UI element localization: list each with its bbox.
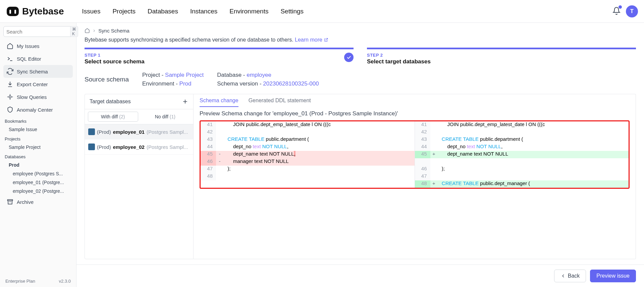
bookmark-item[interactable]: Sample Issue <box>3 125 73 134</box>
db-env[interactable]: Prod <box>3 161 73 169</box>
shield-icon <box>7 106 13 113</box>
diff-panel: Schema change Generated DDL statement Pr… <box>194 94 636 259</box>
nav-projects[interactable]: Projects <box>106 0 142 22</box>
svg-rect-2 <box>14 10 16 14</box>
db-item[interactable]: employee_01 (Postgre... <box>3 178 73 187</box>
chevron-left-icon <box>560 273 566 279</box>
bookmarks-label: Bookmarks <box>3 116 73 125</box>
chevron-right-icon: › <box>93 27 95 34</box>
sidebar-sync-schema[interactable]: Sync Schema <box>3 65 73 78</box>
terminal-icon <box>7 55 13 62</box>
diff-line: 47 <box>415 173 629 180</box>
diff-line: 48 <box>201 173 415 180</box>
step-2[interactable]: STEP 2 Select target databases <box>367 48 636 65</box>
sidebar: ⌘ K My IssuesSQL EditorSync SchemaExport… <box>0 23 76 287</box>
project-item[interactable]: Sample Project <box>3 143 73 152</box>
db-name: employee_01 <box>113 129 145 135</box>
tab-with-diff[interactable]: With diff (2) <box>88 112 138 121</box>
footer: Back Preview issue <box>76 265 644 287</box>
sidebar-my-issues[interactable]: My Issues <box>3 40 73 52</box>
sidebar-slow-queries[interactable]: Slow Queries <box>3 91 73 103</box>
env-link[interactable]: Prod <box>179 80 192 87</box>
targets-head: Target databases <box>85 94 193 109</box>
target-db-row[interactable]: (Prod) employee_02 (Postgres Sampl... <box>85 139 193 155</box>
diff-left: 41 JOIN public.dept_emp_latest_date l ON… <box>201 121 415 188</box>
nav-issues[interactable]: Issues <box>76 0 107 22</box>
archive-link[interactable]: Archive <box>3 195 73 208</box>
svg-rect-1 <box>9 10 11 14</box>
step-title: Select target databases <box>367 58 636 65</box>
sidebar-sql-editor[interactable]: SQL Editor <box>3 52 73 65</box>
diff-tabs: Schema change Generated DDL statement <box>194 94 636 107</box>
nav-label: Anomaly Center <box>17 107 53 113</box>
step-1[interactable]: STEP 1 Select source schema <box>85 48 354 65</box>
diff-box: 41 JOIN public.dept_emp_latest_date l ON… <box>200 120 630 189</box>
step-label: STEP 2 <box>367 53 636 58</box>
sidebar-anomaly-center[interactable]: Anomaly Center <box>3 103 73 116</box>
diff-line: 43 CREATE TABLE public.department ( <box>415 136 629 144</box>
target-db-row[interactable]: (Prod) employee_01 (Postgres Sampl... <box>85 124 193 139</box>
tab-no-diff[interactable]: No diff (1) <box>141 112 190 121</box>
db-item[interactable]: employee_02 (Postgre... <box>3 187 73 195</box>
project-kv: Project - Sample Project <box>142 72 204 78</box>
diff-view: 41 JOIN public.dept_emp_latest_date l ON… <box>201 121 629 188</box>
archive-label: Archive <box>17 199 34 205</box>
learn-more-link[interactable]: Learn more <box>295 37 328 43</box>
diff-line: 45+ dept_name text NOT NULL <box>415 151 629 158</box>
diff-line: 44 dept_no text NOT NULL, <box>201 144 415 151</box>
topbar-right: T <box>612 5 638 17</box>
content: › Sync Schema Bytebase supports synchron… <box>76 23 644 287</box>
schema-col: Project - Sample Project Environment - P… <box>142 72 204 87</box>
diff-line: 46 ); <box>415 166 629 173</box>
diff-line: 43 CREATE TABLE public.department ( <box>201 136 415 144</box>
plus-icon[interactable] <box>182 98 189 105</box>
sidebar-export-center[interactable]: Export Center <box>3 78 73 91</box>
nav-label: SQL Editor <box>17 56 41 62</box>
logo[interactable]: Bytebase <box>6 5 64 18</box>
diff-right: 41 JOIN public.dept_emp_latest_date l ON… <box>415 121 629 188</box>
tab-ddl[interactable]: Generated DDL statement <box>249 98 311 107</box>
version-link[interactable]: 20230628100325-000 <box>263 80 319 87</box>
search-input[interactable]: ⌘ K <box>3 26 73 37</box>
nav-instances[interactable]: Instances <box>184 0 223 22</box>
step-title: Select source schema <box>85 58 354 65</box>
svg-point-3 <box>9 96 11 98</box>
db-name: employee_02 <box>113 144 145 150</box>
preview-title: Preview Schema change for 'employee_01 (… <box>194 107 636 120</box>
version-label: v2.3.0 <box>59 279 71 284</box>
turtle-icon <box>7 94 13 100</box>
logo-icon <box>6 5 19 18</box>
preview-issue-button[interactable]: Preview issue <box>590 270 636 282</box>
nav-environments[interactable]: Environments <box>223 0 274 22</box>
projects-label: Projects <box>3 134 73 143</box>
targets-tabs: With diff (2) No diff (1) <box>85 109 193 124</box>
source-schema-title: Source schema <box>85 76 129 83</box>
env-tag: (Prod) <box>97 144 111 150</box>
diff-line: 45- dept_name text NOT NULL, <box>201 151 415 158</box>
tab-schema-change[interactable]: Schema change <box>200 98 238 107</box>
diff-line: 48+ CREATE TABLE public.dept_manager ( <box>415 180 629 188</box>
archive-icon <box>7 198 13 205</box>
nav-databases[interactable]: Databases <box>142 0 184 22</box>
targets-title: Target databases <box>90 99 131 105</box>
diff-line <box>415 158 629 166</box>
brand-text: Bytebase <box>22 6 64 17</box>
db-item[interactable]: employee (Postgres S... <box>3 169 73 178</box>
avatar[interactable]: T <box>626 5 638 17</box>
env-tag: (Prod) <box>97 129 111 135</box>
plan-label: Enterprise Plan <box>5 279 35 284</box>
diff-line: 41 JOIN public.dept_emp_latest_date l ON… <box>415 121 629 129</box>
db-link[interactable]: employee <box>247 72 271 78</box>
nav-settings[interactable]: Settings <box>274 0 310 22</box>
project-link[interactable]: Sample Project <box>165 72 204 78</box>
refresh-icon <box>7 68 13 75</box>
search-field[interactable] <box>6 29 70 35</box>
home-icon[interactable] <box>85 28 90 33</box>
source-schema-row: Source schema Project - Sample Project E… <box>76 65 644 94</box>
subtitle-text: Bytebase supports synchronizing a specif… <box>85 37 293 43</box>
schema-col: Database - employee Schema version - 202… <box>217 72 319 87</box>
home-icon <box>7 43 13 49</box>
notifications-button[interactable] <box>612 7 621 16</box>
top-nav: IssuesProjectsDatabasesInstancesEnvironm… <box>76 0 310 22</box>
back-button[interactable]: Back <box>554 270 586 282</box>
